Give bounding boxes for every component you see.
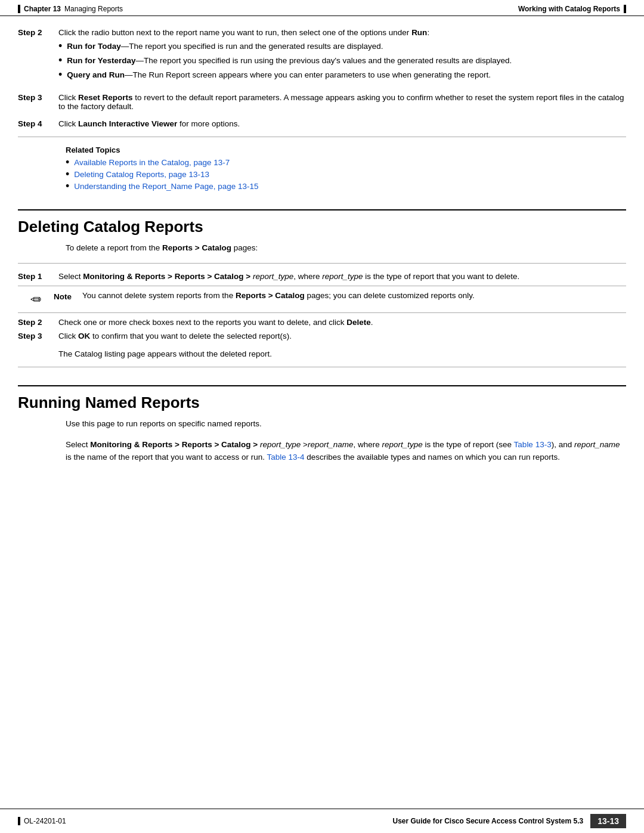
running-intro: Use this page to run reports on specific… — [66, 418, 626, 431]
footer-doc-id: OL-24201-01 — [24, 817, 66, 825]
del-step-1-label: Step 1 — [18, 272, 49, 281]
footer-bar-left — [18, 817, 20, 825]
footer-page-number: 13-13 — [590, 814, 626, 828]
related-link-3: • Understanding the Report_Name Page, pa… — [66, 182, 626, 191]
related-link-2-anchor[interactable]: Deleting Catalog Reports, page 13-13 — [74, 170, 209, 179]
page-footer: OL-24201-01 User Guide for Cisco Secure … — [0, 809, 644, 833]
note-pencil-icon: ✏ — [30, 292, 41, 308]
step-2-content: Click the radio button next to the repor… — [58, 28, 626, 85]
footer-guide-title: User Guide for Cisco Secure Access Contr… — [393, 817, 584, 825]
bullet-dot-1: • — [58, 41, 62, 51]
related-link-1: • Available Reports in the Catalog, page… — [66, 158, 626, 168]
del-step-2-label: Step 2 — [18, 318, 49, 327]
footer-right: User Guide for Cisco Secure Access Contr… — [393, 814, 627, 828]
related-link-3-anchor[interactable]: Understanding the Report_Name Page, page… — [74, 182, 258, 191]
note-label: Note — [54, 291, 82, 308]
table-13-3-link[interactable]: Table 13-3 — [514, 440, 552, 449]
del-step-2-row: Step 2 Check one or more check boxes nex… — [18, 318, 626, 327]
bullet-query-run-text: Query and Run—The Run Report screen appe… — [67, 70, 491, 79]
note-content: You cannot delete system reports from th… — [82, 291, 626, 308]
run-options-list: • Run for Today—The report you specified… — [58, 42, 626, 80]
del-step-2-content: Check one or more check boxes next to th… — [58, 318, 626, 327]
divider-3 — [18, 367, 626, 367]
bullet-run-today-text: Run for Today—The report you specified i… — [67, 42, 383, 51]
table-13-4-link[interactable]: Table 13-4 — [267, 453, 304, 462]
header-bar-right — [624, 5, 626, 13]
header-chapter-title: Managing Reports — [64, 5, 123, 13]
bullet-run-yesterday: • Run for Yesterday—The report you speci… — [58, 56, 626, 66]
rel-bullet-2: • — [66, 169, 69, 179]
header-bar-left — [18, 5, 20, 13]
bullet-dot-3: • — [58, 69, 62, 80]
bullet-run-yesterday-text: Run for Yesterday—The report you specifi… — [67, 56, 512, 65]
running-section-heading: Running Named Reports — [18, 385, 626, 412]
related-topics-title: Related Topics — [66, 145, 626, 154]
related-topics-section: Related Topics • Available Reports in th… — [66, 145, 626, 191]
deleting-intro: To delete a report from the Reports > Ca… — [66, 242, 626, 255]
header-section-title: Working with Catalog Reports — [518, 5, 620, 13]
bullet-run-today: • Run for Today—The report you specified… — [58, 42, 626, 51]
step-2-label: Step 2 — [18, 28, 49, 85]
divider-1 — [18, 137, 626, 137]
deleting-catalog-section: Deleting Catalog Reports To delete a rep… — [18, 209, 626, 367]
del-step-1-row: Step 1 Select Monitoring & Reports > Rep… — [18, 272, 626, 281]
step-3-row: Step 3 Click Reset Reports to revert to … — [18, 93, 626, 111]
footer-left: OL-24201-01 — [18, 817, 66, 825]
note-icon-col: ✏ — [18, 291, 54, 308]
main-content: Step 2 Click the radio button next to th… — [0, 16, 644, 520]
del-step-3-row: Step 3 Click OK to confirm that you want… — [18, 332, 626, 358]
note-row: ✏ Note You cannot delete system reports … — [18, 286, 626, 313]
step-3-content: Click Reset Reports to revert to the def… — [58, 93, 626, 111]
page-header: Chapter 13 Managing Reports Working with… — [0, 0, 644, 16]
related-link-1-anchor[interactable]: Available Reports in the Catalog, page 1… — [74, 158, 230, 168]
rel-bullet-1: • — [66, 157, 69, 168]
del-step-1-content: Select Monitoring & Reports > Reports > … — [58, 272, 626, 281]
divider-2 — [18, 263, 626, 264]
deleting-section-heading: Deleting Catalog Reports — [18, 209, 626, 236]
step-4-label: Step 4 — [18, 119, 49, 128]
running-named-reports-section: Running Named Reports Use this page to r… — [18, 385, 626, 464]
bullet-dot-2: • — [58, 55, 62, 66]
step-3-label: Step 3 — [18, 93, 49, 111]
step-2-row: Step 2 Click the radio button next to th… — [18, 28, 626, 85]
header-left: Chapter 13 Managing Reports — [18, 5, 123, 13]
running-para2: Select Monitoring & Reports > Reports > … — [66, 439, 626, 464]
step-4-row: Step 4 Click Launch Interactive Viewer f… — [18, 119, 626, 128]
header-chapter: Chapter 13 — [24, 5, 61, 13]
step-4-content: Click Launch Interactive Viewer for more… — [58, 119, 626, 128]
header-right: Working with Catalog Reports — [518, 5, 626, 13]
bullet-query-run: • Query and Run—The Run Report screen ap… — [58, 70, 626, 80]
del-step-3-label: Step 3 — [18, 332, 49, 358]
rel-bullet-3: • — [66, 181, 69, 191]
del-step-3-content: Click OK to confirm that you want to del… — [58, 332, 626, 358]
related-links-list: • Available Reports in the Catalog, page… — [66, 158, 626, 191]
related-link-2: • Deleting Catalog Reports, page 13-13 — [66, 170, 626, 179]
